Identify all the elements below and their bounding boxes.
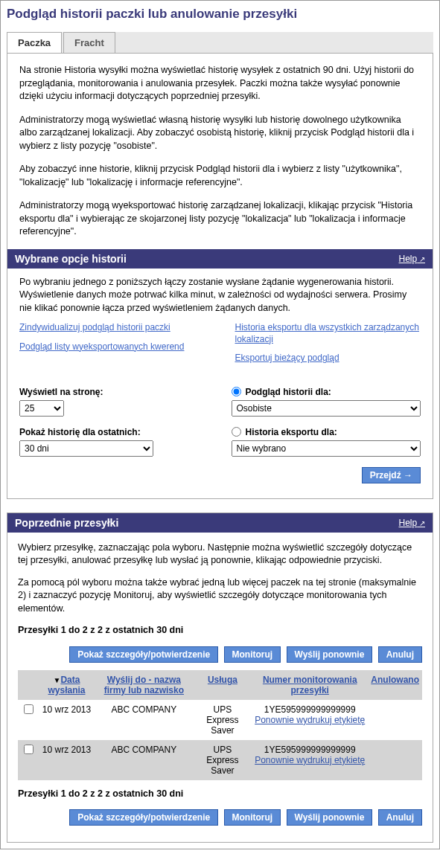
- link-exported-queries[interactable]: Podgląd listy wyeksportowanych kwerend: [19, 341, 205, 353]
- export-history-for-radio[interactable]: [232, 427, 241, 437]
- reprint-label-link[interactable]: Ponownie wydrukuj etykietę: [255, 755, 365, 765]
- tabs: Paczka Fracht: [7, 32, 433, 54]
- show-details-button[interactable]: Pokaż szczegóły/potwierdzenie: [69, 809, 218, 826]
- view-history-for-label: Podgląd historii dla:: [246, 387, 331, 397]
- intro-p1: Na stronie Historia wysyłki można wyświe…: [19, 64, 421, 103]
- action-buttons-top: Pokaż szczegóły/potwierdzenie Monitoruj …: [18, 646, 422, 663]
- shipments-count-top: Przesyłki 1 do 2 z 2 z ostatnich 30 dni: [18, 624, 422, 637]
- col-cancelled[interactable]: Anulowano: [371, 675, 419, 685]
- table-row: 10 wrz 2013 ABC COMPANY UPS Express Save…: [18, 740, 422, 780]
- col-tracking[interactable]: Numer monitorowania przesyłki: [263, 675, 357, 695]
- intro-p4: Administratorzy mogą wyeksportować histo…: [19, 199, 421, 239]
- export-history-for-select[interactable]: Nie wybrano: [232, 440, 421, 457]
- cell-date: 10 wrz 2013: [39, 740, 95, 780]
- previous-shipments-panel: Poprzednie przesyłki Help Wybierz przesy…: [7, 512, 433, 843]
- history-options-header: Wybrane opcje historii Help: [7, 249, 433, 269]
- page-title: Podgląd historii paczki lub anulowanie p…: [7, 7, 433, 22]
- tab-paczka[interactable]: Paczka: [7, 32, 62, 53]
- col-shipto[interactable]: Wyślij do - nazwa firmy lub nazwisko: [104, 675, 184, 695]
- cell-date: 10 wrz 2013: [39, 700, 95, 740]
- tab-fracht[interactable]: Fracht: [63, 32, 115, 53]
- row-checkbox[interactable]: [24, 745, 34, 754]
- sort-indicator-icon: [54, 675, 61, 685]
- prev-shipments-p1: Wybierz przesyłkę, zaznaczając pola wybo…: [18, 541, 422, 568]
- view-history-for-select[interactable]: Osobiste: [232, 400, 421, 417]
- shipments-count-bottom: Przesyłki 1 do 2 z 2 z ostatnich 30 dni: [18, 788, 422, 801]
- show-history-select[interactable]: 30 dni: [19, 440, 153, 457]
- intro-text: Na stronie Historia wysyłki można wyświe…: [19, 64, 421, 239]
- history-options-note: Po wybraniu jednego z poniższych łączy z…: [19, 276, 421, 315]
- help-link[interactable]: Help: [399, 518, 425, 528]
- resend-button[interactable]: Wyślij ponownie: [287, 646, 373, 663]
- cancel-button[interactable]: Anuluj: [378, 809, 422, 826]
- tab-content: Na stronie Historia wysyłki można wyświe…: [7, 54, 433, 499]
- display-per-page-select[interactable]: 25: [19, 400, 64, 417]
- show-history-label: Pokaż historię dla ostatnich:: [19, 427, 209, 437]
- cell-tracking: 1YE595999999999999: [255, 704, 365, 715]
- resend-button[interactable]: Wyślij ponownie: [287, 809, 373, 826]
- table-row: 10 wrz 2013 ABC COMPANY UPS Express Save…: [18, 700, 422, 740]
- help-link[interactable]: Help: [399, 254, 425, 264]
- action-buttons-bottom: Pokaż szczegóły/potwierdzenie Monitoruj …: [18, 809, 422, 826]
- go-button[interactable]: Przejdź: [362, 467, 421, 483]
- prev-shipments-p2: Za pomocą pól wyboru można także wybrać …: [18, 576, 422, 616]
- shipments-table: Data wysłania Wyślij do - nazwa firmy lu…: [18, 670, 422, 780]
- cell-shipto: ABC COMPANY: [95, 700, 194, 740]
- intro-p3: Aby zobaczyć inne historie, kliknij przy…: [19, 163, 421, 189]
- show-details-button[interactable]: Pokaż szczegóły/potwierdzenie: [69, 646, 218, 663]
- cell-tracking: 1YE595999999999999: [255, 745, 365, 755]
- cell-service: UPS Express Saver: [194, 740, 252, 780]
- display-per-page-label: Wyświetl na stronę:: [19, 387, 209, 397]
- link-export-all-locations[interactable]: Historia eksportu dla wszystkich zarządz…: [235, 322, 421, 345]
- history-options-title: Wybrane opcje historii: [15, 253, 127, 265]
- view-history-for-radio[interactable]: [232, 387, 241, 396]
- track-button[interactable]: Monitoruj: [224, 646, 281, 663]
- row-checkbox[interactable]: [24, 704, 34, 714]
- intro-p2: Administratorzy mogą wyświetlać własną h…: [19, 114, 421, 153]
- link-export-current-view[interactable]: Eksportuj bieżący podgląd: [235, 353, 421, 364]
- export-history-for-label: Historia eksportu dla:: [246, 427, 337, 437]
- reprint-label-link[interactable]: Ponownie wydrukuj etykietę: [255, 715, 365, 725]
- cell-shipto: ABC COMPANY: [95, 740, 194, 780]
- track-button[interactable]: Monitoruj: [224, 809, 281, 826]
- link-customize-view[interactable]: Zindywidualizuj podgląd historii paczki: [19, 322, 205, 334]
- cancel-button[interactable]: Anuluj: [378, 646, 422, 663]
- cell-service: UPS Express Saver: [194, 700, 252, 740]
- previous-shipments-title: Poprzednie przesyłki: [15, 517, 118, 529]
- col-service[interactable]: Usługa: [208, 675, 237, 685]
